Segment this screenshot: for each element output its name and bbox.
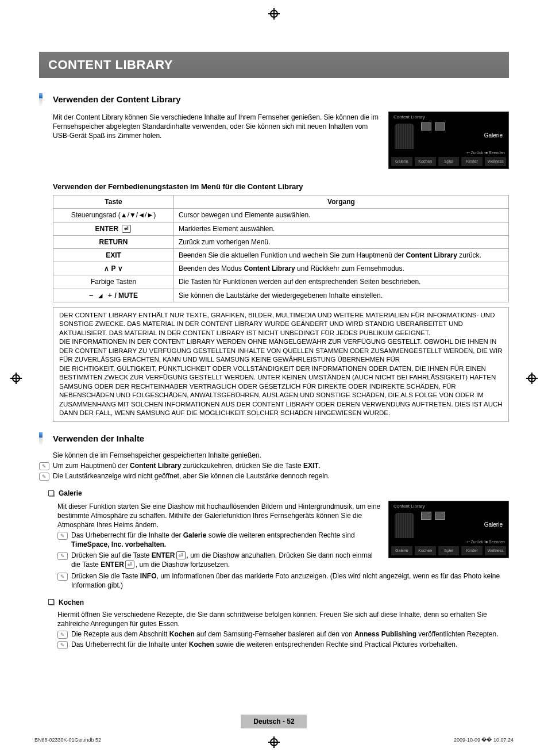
- thumb-nav-item: Kochen: [415, 546, 436, 555]
- key-action: Beenden des Modus Content Library und Rü…: [174, 262, 509, 275]
- print-file-stamp: BN68-02330K-01Ger.indb 52: [34, 736, 101, 743]
- thumb-app-title: Content Library: [393, 504, 425, 510]
- subsection-galerie: Galerie: [48, 489, 509, 498]
- heading-accent-bar-icon: [39, 93, 43, 106]
- note-icon: ✎: [57, 552, 68, 560]
- note-icon: ✎: [39, 473, 49, 481]
- key-action: Zurück zum vorherigen Menü.: [174, 235, 509, 248]
- square-bullet-icon: [48, 599, 54, 605]
- note-row: ✎ Das Urheberrecht für die Inhalte der G…: [57, 531, 381, 549]
- chair-icon: [395, 124, 414, 149]
- key-name: Farbige Tasten: [53, 275, 174, 289]
- note-text: Drücken Sie die Taste INFO, um Informati…: [71, 571, 509, 590]
- table-row: Farbige Tasten Die Tasten für Funktionen…: [53, 275, 509, 289]
- key-name: − ◢ + / MUTE: [53, 289, 174, 302]
- heading-accent-bar-icon: [39, 432, 43, 445]
- key-action: Sie können die Lautstärke der wiedergege…: [174, 289, 509, 302]
- section-title: Verwenden der Content Library: [53, 94, 181, 105]
- table-row: ENTER ⏎ Markiertes Element auswählen.: [53, 222, 509, 235]
- galerie-body: Mit dieser Funktion starten Sie eine Dia…: [57, 502, 381, 530]
- enter-icon: ⏎: [125, 561, 134, 569]
- thumb-nav-item: Kinder: [461, 157, 483, 166]
- key-name: EXIT: [53, 248, 174, 262]
- note-text: Das Urheberrecht für die Inhalte unter K…: [71, 640, 509, 649]
- thumb-meta-hint: ↩ Zurück ·■ Beenden: [466, 539, 505, 544]
- thumb-selected-label: Galerie: [484, 521, 503, 529]
- print-time-stamp: 2009-10-09 �� 10:07:24: [454, 736, 514, 743]
- key-action: Cursor bewegen und Elemente auswählen.: [174, 209, 509, 222]
- note-row: ✎ Drücken Sie die Taste INFO, um Informa…: [57, 571, 509, 590]
- key-action: Markiertes Element auswählen.: [174, 222, 509, 235]
- registration-mark-icon: [10, 373, 22, 384]
- chair-icon: [395, 513, 414, 538]
- note-icon: ✎: [39, 462, 49, 470]
- thumb-nav-item: Kinder: [461, 546, 483, 555]
- note-row: ✎ Die Lautstärkeanzeige wird nicht geöff…: [39, 471, 509, 481]
- subsection-kochen: Kochen: [48, 598, 509, 607]
- table-row: RETURN Zurück zum vorherigen Menü.: [53, 235, 509, 248]
- table-row: Steuerungsrad (▲/▼/◄/►) Cursor bewegen u…: [53, 209, 509, 222]
- note-row: ✎ Um zum Hauptmenü der Content Library z…: [39, 461, 509, 470]
- registration-mark-icon: [268, 8, 280, 20]
- table-row: EXIT Beenden Sie die aktuellen Funktion …: [53, 248, 509, 262]
- note-text: Drücken Sie auf die Taste ENTER⏎, um die…: [71, 551, 381, 569]
- note-row: ✎ Drücken Sie auf die Taste ENTER⏎, um d…: [57, 551, 381, 569]
- key-name: RETURN: [53, 235, 174, 248]
- thumb-icon: [435, 512, 445, 520]
- thumb-nav-item: Wellness: [485, 546, 506, 555]
- section-heading-usage: Verwenden der Content Library: [39, 93, 509, 106]
- thumb-nav-item: Galerie: [391, 157, 412, 166]
- thumb-nav-item: Galerie: [391, 546, 412, 555]
- thumb-icon: [421, 512, 431, 520]
- note-text: Die Lautstärkeanzeige wird nicht geöffne…: [53, 471, 509, 481]
- thumb-nav-item: Wellness: [485, 157, 506, 166]
- section-intro: Mit der Content Library können Sie versc…: [53, 113, 381, 141]
- key-name: Steuerungsrad (▲/▼/◄/►): [71, 211, 156, 219]
- square-bullet-icon: [48, 490, 54, 496]
- note-icon: ✎: [57, 641, 68, 649]
- thumb-icon: [421, 122, 431, 131]
- note-text: Die Rezepte aus dem Abschnitt Kochen auf…: [71, 630, 509, 639]
- note-row: ✎ Das Urheberrecht für die Inhalte unter…: [57, 640, 509, 649]
- note-row: ✎ Die Rezepte aus dem Abschnitt Kochen a…: [57, 630, 509, 639]
- note-text: Das Urheberrecht für die Inhalte der Gal…: [71, 531, 381, 549]
- remote-key-table: Taste Vorgang Steuerungsrad (▲/▼/◄/►) Cu…: [53, 195, 509, 302]
- subsection-title: Kochen: [59, 598, 84, 607]
- enter-icon: ⏎: [176, 551, 186, 559]
- subheading-remote-keys: Verwenden der Fernbedienungstasten im Me…: [53, 182, 509, 192]
- thumb-nav-item: Spiel: [438, 546, 460, 555]
- key-action: Die Tasten für Funktionen werden auf den…: [174, 275, 509, 289]
- thumb-app-title: Content Library: [393, 114, 425, 121]
- table-row: ∧ P ∨ Beenden des Modus Content Library …: [53, 262, 509, 275]
- key-name: ∧ P ∨: [53, 262, 174, 275]
- section-title: Verwenden der Inhalte: [53, 433, 144, 444]
- table-row: − ◢ + / MUTE Sie können die Lautstärke d…: [53, 289, 509, 302]
- registration-mark-icon: [268, 736, 280, 748]
- tv-screenshot-thumbnail: Content Library Galerie Galerie Kochen S…: [388, 112, 509, 169]
- subsection-title: Galerie: [59, 489, 82, 498]
- page-number-footer: Deutsch - 52: [241, 715, 307, 728]
- key-action: Beenden Sie die aktuellen Funktion und w…: [174, 248, 509, 262]
- thumb-nav-item: Spiel: [438, 157, 460, 166]
- thumb-icon: [435, 122, 445, 131]
- legal-disclaimer-box: DER CONTENT LIBRARY ENTHÄLT NUR TEXTE, G…: [53, 307, 509, 422]
- registration-mark-icon: [526, 373, 538, 384]
- thumb-meta-hint: ↩ Zurück ·■ Beenden: [466, 150, 505, 155]
- kochen-body: Hiermit öffnen Sie verschiedene Rezepte,…: [57, 610, 509, 628]
- enter-icon: ⏎: [122, 225, 131, 233]
- table-header-key: Taste: [53, 195, 174, 209]
- section-intro: Sie können die im Fernsehspeicher gespei…: [53, 451, 509, 460]
- note-icon: ✎: [57, 631, 68, 639]
- thumb-selected-label: Galerie: [484, 132, 503, 140]
- key-name: ENTER: [95, 225, 118, 233]
- chapter-banner: CONTENT LIBRARY: [39, 52, 509, 78]
- section-heading-contents: Verwenden der Inhalte: [39, 432, 509, 445]
- note-icon: ✎: [57, 532, 68, 540]
- tv-screenshot-thumbnail: Content Library Galerie Galerie Kochen S…: [388, 501, 509, 558]
- table-header-action: Vorgang: [174, 195, 509, 209]
- thumb-nav-item: Kochen: [415, 157, 436, 166]
- note-text: Um zum Hauptmenü der Content Library zur…: [53, 461, 509, 470]
- note-icon: ✎: [57, 573, 68, 581]
